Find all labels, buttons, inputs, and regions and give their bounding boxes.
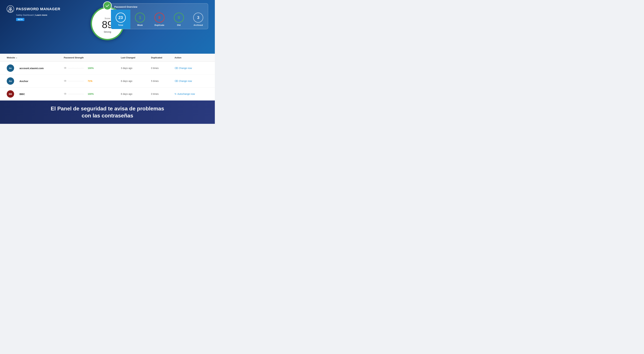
total-label: Total xyxy=(118,24,123,26)
change-now-button[interactable]: ⌫ Change now xyxy=(174,67,208,69)
password-strength-cell: 👁︎ ················ 71% xyxy=(64,79,121,83)
beta-badge: BETA xyxy=(16,18,24,21)
duplicated-count: 0 times xyxy=(151,67,174,69)
autochange-now-button[interactable]: ↻ Autochange now xyxy=(174,93,208,95)
overview-card-total[interactable]: 23 Total xyxy=(111,9,130,29)
external-link-icon: ⌫ xyxy=(174,67,178,69)
weak-circle: 1 xyxy=(135,12,145,23)
overview-title: Password Overview xyxy=(111,3,208,9)
table-row: Ac account.xiaomi.com 👁︎ ···············… xyxy=(0,62,215,75)
learn-more-link[interactable]: Learn more xyxy=(36,14,47,16)
overview-card-old[interactable]: 0 Old xyxy=(169,9,189,29)
archived-label: Archived xyxy=(194,24,203,26)
table-row: BB BBC 👁︎ ················ 100% 6 days a… xyxy=(0,88,215,100)
header: PASSWORD MANAGER Safety Dashboard | Lear… xyxy=(0,0,215,54)
brand-icon xyxy=(7,5,14,13)
eye-icon[interactable]: 👁︎ xyxy=(64,92,67,96)
banner-text: El Panel de seguridad te avisa de proble… xyxy=(7,105,208,119)
column-password-strength: Password Strength xyxy=(64,56,121,59)
total-circle: 23 xyxy=(116,12,126,23)
duplicate-circle: 8 xyxy=(154,12,164,23)
password-strength-cell: 👁︎ ················ 100% xyxy=(64,92,121,96)
table-row: An Anchor 👁︎ ················ 71% 6 days… xyxy=(0,75,215,88)
last-changed: 6 days ago xyxy=(121,93,151,95)
column-action: Action xyxy=(174,56,208,59)
sort-icon: ⌄ xyxy=(16,56,17,59)
bottom-banner: El Panel de seguridad te avisa de proble… xyxy=(0,100,215,124)
overview-card-duplicate[interactable]: 8 Duplicate xyxy=(150,9,169,29)
last-changed: 3 days ago xyxy=(121,67,151,69)
brand-section: PASSWORD MANAGER Safety Dashboard | Lear… xyxy=(7,5,60,21)
password-strength-cell: 👁︎ ················ 100% xyxy=(64,66,121,70)
overview-panel: Password Overview 23 Total 1 Weak 8 Dupl… xyxy=(111,3,208,29)
external-link-icon: ⌫ xyxy=(174,80,178,82)
subtitle-prefix: Safety Dashboard | xyxy=(16,14,36,16)
overview-card-weak[interactable]: 1 Weak xyxy=(130,9,150,29)
site-name: BBC xyxy=(17,93,64,95)
svg-point-3 xyxy=(10,8,11,9)
score-check-icon xyxy=(103,1,112,10)
weak-label: Weak xyxy=(137,24,143,26)
password-dots: ················ xyxy=(68,93,84,95)
password-dots: ················ xyxy=(68,67,84,69)
avatar: BB xyxy=(7,90,14,98)
overview-cards: 23 Total 1 Weak 8 Duplicate 0 Old 3 Arch… xyxy=(111,9,208,29)
site-name: Anchor xyxy=(17,80,64,82)
column-website[interactable]: Website ⌄ xyxy=(7,56,64,59)
old-circle: 0 xyxy=(174,12,184,23)
eye-icon[interactable]: 👁︎ xyxy=(64,79,67,83)
strength-percent: 100% xyxy=(88,93,94,95)
header-subtitle: Safety Dashboard | Learn more xyxy=(16,14,60,16)
duplicate-label: Duplicate xyxy=(154,24,164,26)
column-last-changed: Last Changed xyxy=(121,56,151,59)
table-header: Website ⌄ Password Strength Last Changed… xyxy=(0,54,215,62)
avatar: Ac xyxy=(7,64,14,72)
brand-title: PASSWORD MANAGER xyxy=(16,7,60,11)
duplicated-count: 5 times xyxy=(151,80,174,82)
strength-percent: 71% xyxy=(88,80,92,82)
last-changed: 6 days ago xyxy=(121,80,151,82)
score-strength: Strong xyxy=(104,30,111,33)
refresh-icon: ↻ xyxy=(174,93,176,95)
old-label: Old xyxy=(177,24,181,26)
eye-icon[interactable]: 👁︎ xyxy=(64,66,67,70)
avatar: An xyxy=(7,77,14,85)
change-now-button[interactable]: ⌫ Change now xyxy=(174,80,208,82)
overview-card-archived[interactable]: 3 Archived xyxy=(188,9,208,29)
archived-circle: 3 xyxy=(193,12,203,23)
strength-percent: 100% xyxy=(88,67,94,69)
password-dots: ················ xyxy=(68,80,84,82)
site-name: account.xiaomi.com xyxy=(17,67,64,70)
column-duplicated: Duplicated xyxy=(151,56,174,59)
brand-row: PASSWORD MANAGER xyxy=(7,5,60,13)
duplicated-count: 0 times xyxy=(151,93,174,95)
